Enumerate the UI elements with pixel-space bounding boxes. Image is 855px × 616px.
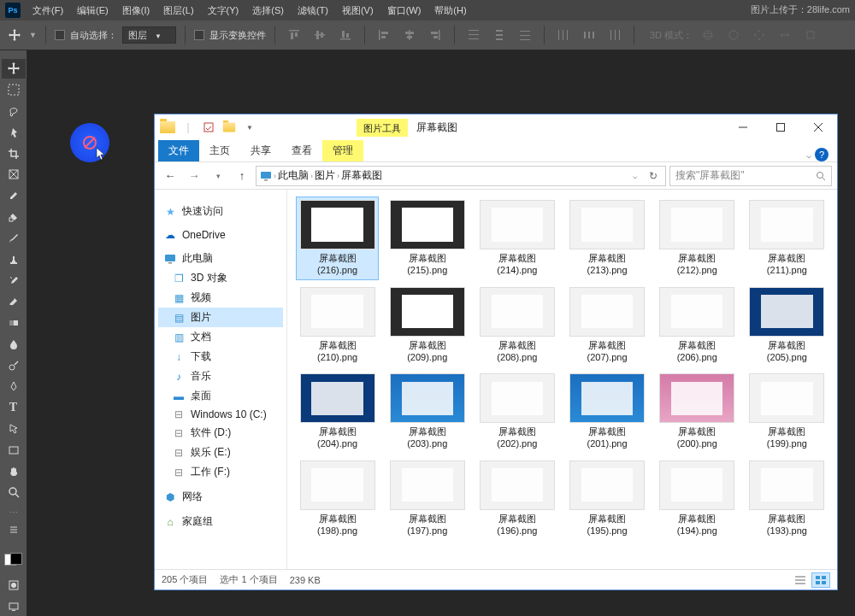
file-item[interactable]: 屏幕截图 (214).png [475, 197, 558, 280]
sidebar-documents[interactable]: ▥文档 [158, 327, 283, 347]
crop-tool[interactable] [2, 144, 26, 163]
crumb-pictures[interactable]: 图片 [315, 168, 335, 183]
align-top-icon[interactable] [284, 25, 304, 45]
view-details-icon[interactable] [791, 572, 810, 588]
crumb-screenshots[interactable]: 屏幕截图 [341, 168, 382, 183]
file-item[interactable]: 屏幕截图 (204).png [296, 370, 379, 454]
menu-select[interactable]: 选择(S) [245, 0, 291, 21]
sidebar-pictures[interactable]: ▤图片 [158, 308, 283, 327]
blur-tool[interactable] [2, 334, 26, 354]
move-tool[interactable] [2, 59, 26, 79]
file-item[interactable]: 屏幕截图 (211).png [746, 197, 828, 280]
menu-help[interactable]: 帮助(H) [428, 0, 473, 21]
crumb-this-pc[interactable]: 此电脑 [278, 168, 309, 183]
view-thumbnails-icon[interactable] [811, 572, 830, 588]
file-item[interactable]: 屏幕截图 (194).png [656, 457, 739, 541]
menu-view[interactable]: 视图(V) [335, 0, 380, 21]
frame-tool[interactable] [2, 165, 26, 185]
menu-window[interactable]: 窗口(W) [380, 0, 428, 21]
distribute-right-icon[interactable] [604, 25, 625, 45]
color-swatches[interactable] [4, 547, 23, 566]
sidebar-this-pc[interactable]: 此电脑 [158, 249, 283, 268]
menu-type[interactable]: 文字(Y) [201, 0, 246, 21]
file-item[interactable]: 屏幕截图 (201).png [565, 370, 648, 454]
menu-file[interactable]: 文件(F) [26, 0, 70, 21]
explorer-titlebar[interactable]: | ▼ 图片工具 屏幕截图 [155, 114, 837, 140]
edit-toolbar[interactable] [2, 520, 26, 540]
pen-tool[interactable] [2, 377, 26, 396]
sidebar-homegroup[interactable]: ⌂家庭组 [158, 512, 283, 531]
properties-icon[interactable] [199, 118, 218, 137]
quick-select-tool[interactable] [2, 122, 26, 142]
tab-manage[interactable]: 管理 [322, 140, 363, 161]
screen-mode[interactable] [2, 596, 26, 616]
sidebar-drive-f[interactable]: ⊟工作 (F:) [158, 462, 283, 482]
addr-dropdown-icon[interactable]: ⌵ [626, 172, 643, 180]
move-tool-icon[interactable] [5, 26, 24, 44]
shape-tool[interactable] [2, 440, 26, 460]
new-folder-icon[interactable] [220, 118, 239, 137]
search-input[interactable]: 搜索"屏幕截图" [669, 166, 832, 186]
sidebar-quick-access[interactable]: ★快速访问 [158, 202, 283, 221]
file-item[interactable]: 屏幕截图 (213).png [565, 197, 648, 280]
file-item[interactable]: 屏幕截图 (198).png [296, 457, 379, 541]
sidebar-desktop[interactable]: ▬桌面 [158, 386, 283, 406]
distribute-vcenter-icon[interactable] [489, 25, 510, 45]
auto-select-target[interactable]: 图层 ▼ [122, 26, 176, 44]
menu-image[interactable]: 图像(I) [115, 0, 156, 21]
sidebar-3d-objects[interactable]: ❐3D 对象 [158, 268, 283, 288]
file-item[interactable]: 屏幕截图 (193).png [746, 457, 828, 541]
eraser-tool[interactable] [2, 292, 26, 312]
align-vcenter-icon[interactable] [310, 25, 330, 45]
tab-home[interactable]: 主页 [199, 140, 240, 161]
menu-layer[interactable]: 图层(L) [156, 0, 200, 21]
sidebar-drive-c[interactable]: ⊟Windows 10 (C:) [158, 406, 283, 423]
file-item[interactable]: 屏幕截图 (212).png [656, 197, 739, 280]
show-transform-checkbox[interactable] [194, 30, 204, 40]
folder-icon[interactable] [158, 118, 177, 137]
file-item[interactable]: 屏幕截图 (199).png [746, 370, 828, 454]
files-grid[interactable]: 屏幕截图 (216).png屏幕截图 (215).png屏幕截图 (214).p… [287, 190, 837, 569]
tab-share[interactable]: 共享 [240, 140, 281, 161]
file-item[interactable]: 屏幕截图 (216).png [296, 197, 379, 280]
nav-up-icon[interactable]: ↑ [232, 166, 252, 186]
marquee-tool[interactable] [2, 80, 26, 100]
file-item[interactable]: 屏幕截图 (207).png [565, 284, 648, 367]
align-bottom-icon[interactable] [335, 25, 356, 45]
align-hcenter-icon[interactable] [399, 25, 420, 45]
file-item[interactable]: 屏幕截图 (206).png [656, 284, 739, 367]
auto-select-checkbox[interactable] [55, 30, 65, 40]
path-select-tool[interactable] [2, 419, 26, 439]
sidebar-network[interactable]: ⬢网络 [158, 487, 283, 507]
file-item[interactable]: 屏幕截图 (215).png [386, 197, 469, 280]
file-item[interactable]: 屏幕截图 (195).png [565, 457, 648, 541]
sidebar-onedrive[interactable]: ☁OneDrive [158, 226, 283, 243]
quick-mask[interactable] [2, 576, 26, 595]
menu-filter[interactable]: 滤镜(T) [291, 0, 335, 21]
history-brush-tool[interactable] [2, 271, 26, 290]
distribute-bottom-icon[interactable] [515, 25, 535, 45]
file-item[interactable]: 屏幕截图 (202).png [475, 370, 558, 454]
file-item[interactable]: 屏幕截图 (203).png [386, 370, 469, 454]
minimize-button[interactable] [724, 114, 762, 140]
distribute-hcenter-icon[interactable] [579, 25, 599, 45]
hand-tool[interactable] [2, 461, 26, 481]
distribute-top-icon[interactable] [463, 25, 484, 45]
maximize-button[interactable] [762, 114, 799, 140]
nav-back-icon[interactable]: ← [160, 166, 180, 186]
help-icon[interactable]: ? [815, 148, 828, 161]
stamp-tool[interactable] [2, 249, 26, 269]
sidebar-videos[interactable]: ▦视频 [158, 288, 283, 308]
lasso-tool[interactable] [2, 102, 26, 121]
align-right-icon[interactable] [425, 25, 445, 45]
dodge-tool[interactable] [2, 355, 26, 375]
file-item[interactable]: 屏幕截图 (208).png [475, 284, 558, 367]
gradient-tool[interactable] [2, 314, 26, 333]
heal-tool[interactable] [2, 208, 26, 227]
type-tool[interactable]: T [2, 398, 26, 418]
brush-tool[interactable] [2, 228, 26, 248]
qat-dropdown-icon[interactable]: ▼ [240, 118, 259, 137]
refresh-icon[interactable]: ↻ [645, 170, 662, 182]
close-button[interactable] [799, 114, 837, 140]
file-item[interactable]: 屏幕截图 (197).png [386, 457, 469, 541]
